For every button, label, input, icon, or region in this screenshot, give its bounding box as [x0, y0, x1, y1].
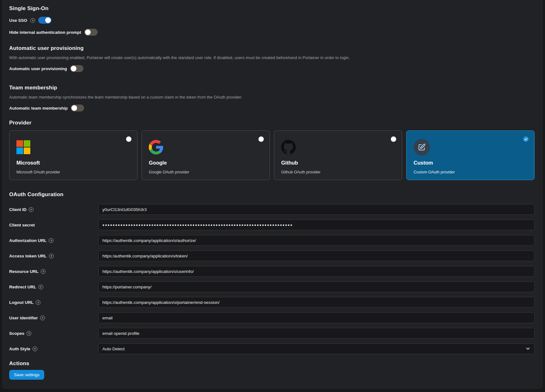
- logout-url-label: Logout URL: [9, 300, 33, 305]
- chevron-down-icon: [526, 347, 530, 350]
- oauth-config-heading: OAuth Configuration: [9, 191, 535, 198]
- toggle-knob: [71, 105, 77, 111]
- provisioning-toggle[interactable]: [70, 65, 83, 72]
- toggle-knob: [85, 29, 91, 35]
- provider-card-subtitle: Microsoft OAuth provider: [16, 170, 131, 174]
- client-secret-input[interactable]: [98, 220, 535, 230]
- help-icon[interactable]: ?: [30, 18, 35, 23]
- settings-panel: Single Sign-On Use SSO ? Hide internal a…: [3, 0, 542, 389]
- hide-prompt-toggle[interactable]: [84, 29, 98, 36]
- client-id-input[interactable]: [98, 204, 535, 215]
- field-row-access-token-url: Access token URL?: [9, 250, 535, 261]
- use-sso-label: Use SSO: [9, 18, 27, 23]
- redirect-url-input[interactable]: [98, 281, 535, 292]
- auth-style-value: Auto Detect: [102, 347, 125, 351]
- provider-card-subtitle: Google OAuth provider: [149, 170, 264, 174]
- help-icon[interactable]: ?: [29, 207, 33, 212]
- access-token-url-input[interactable]: [98, 250, 535, 261]
- provider-card-title: Github: [281, 160, 396, 166]
- auth-style-select[interactable]: Auto Detect: [98, 343, 535, 354]
- team-description: Automatic team membership synchronizes t…: [9, 95, 535, 100]
- provisioning-toggle-label: Automatic user provisioning: [9, 66, 67, 71]
- selected-check-icon[interactable]: [523, 136, 529, 142]
- radio-unselected-icon[interactable]: [258, 136, 264, 142]
- team-toggle-label: Automatic team membership: [9, 106, 68, 111]
- client-id-label: Client ID: [9, 207, 27, 212]
- provider-card-google[interactable]: Google Google OAuth provider: [142, 130, 270, 180]
- provisioning-description: With automatic user provisioning enabled…: [9, 55, 535, 60]
- field-row-user-identifier: User identifier?: [9, 312, 535, 323]
- custom-edit-icon: [414, 139, 430, 155]
- access-token-url-label: Access token URL: [9, 254, 47, 258]
- hide-prompt-label: Hide internal authentication prompt: [9, 30, 81, 35]
- github-logo-icon: [281, 140, 296, 154]
- radio-unselected-icon[interactable]: [391, 136, 396, 142]
- provider-card-custom[interactable]: Custom Custom OAuth provider: [406, 130, 535, 180]
- auth-style-label: Auth Style: [9, 347, 30, 351]
- sso-heading: Single Sign-On: [9, 5, 535, 12]
- provider-card-github[interactable]: Github Github OAuth provider: [274, 130, 402, 180]
- toggle-knob: [45, 17, 51, 23]
- provider-heading: Provider: [9, 120, 535, 126]
- field-row-redirect-url: Redirect URL?: [9, 281, 535, 292]
- provisioning-row: Automatic user provisioning: [9, 65, 535, 72]
- redirect-url-label: Redirect URL: [9, 285, 36, 289]
- microsoft-logo-icon: [16, 140, 30, 154]
- field-row-auth-style: Auth Style? Auto Detect: [9, 343, 535, 354]
- help-icon[interactable]: ?: [33, 347, 37, 351]
- google-logo-icon: [149, 140, 163, 154]
- help-icon[interactable]: ?: [36, 300, 40, 305]
- provider-card-microsoft[interactable]: Microsoft Microsoft OAuth provider: [9, 130, 137, 180]
- help-icon[interactable]: ?: [27, 331, 31, 336]
- field-row-logout-url: Logout URL?: [9, 297, 535, 308]
- help-icon[interactable]: ?: [49, 254, 54, 258]
- provider-card-subtitle: Github OAuth provider: [281, 170, 396, 174]
- save-settings-button[interactable]: Save settings: [9, 370, 44, 380]
- provisioning-heading: Automatic user provisioning: [9, 45, 535, 51]
- scopes-label: Scopes: [9, 331, 24, 336]
- toggle-knob: [71, 66, 76, 71]
- team-row: Automatic team membership: [9, 105, 535, 112]
- resource-url-input[interactable]: [98, 266, 535, 277]
- oauth-form: Client ID? Client secret Authorization U…: [9, 204, 535, 354]
- provider-cards: Microsoft Microsoft OAuth provider Googl…: [9, 130, 535, 180]
- use-sso-row: Use SSO ?: [9, 17, 535, 24]
- provider-card-title: Google: [149, 160, 264, 166]
- field-row-scopes: Scopes?: [9, 328, 535, 339]
- authorization-url-label: Authorization URL: [9, 238, 46, 243]
- logout-url-input[interactable]: [98, 297, 535, 308]
- resource-url-label: Resource URL: [9, 269, 39, 274]
- provider-card-subtitle: Custom OAuth provider: [414, 170, 529, 174]
- client-secret-label: Client secret: [9, 223, 35, 227]
- team-heading: Team membership: [9, 85, 535, 91]
- field-row-resource-url: Resource URL?: [9, 266, 535, 277]
- authorization-url-input[interactable]: [98, 235, 535, 246]
- hide-prompt-row: Hide internal authentication prompt: [9, 29, 535, 36]
- help-icon[interactable]: ?: [40, 316, 45, 320]
- field-row-authorization-url: Authorization URL?: [9, 235, 535, 246]
- user-identifier-label: User identifier: [9, 316, 38, 320]
- help-icon[interactable]: ?: [49, 238, 53, 243]
- field-row-client-secret: Client secret: [9, 220, 535, 230]
- help-icon[interactable]: ?: [41, 269, 45, 274]
- help-icon[interactable]: ?: [39, 285, 43, 289]
- field-row-client-id: Client ID?: [9, 204, 535, 215]
- actions-heading: Actions: [9, 360, 535, 367]
- user-identifier-input[interactable]: [98, 312, 535, 323]
- use-sso-toggle[interactable]: [38, 17, 51, 24]
- radio-unselected-icon[interactable]: [126, 136, 131, 142]
- provider-card-title: Microsoft: [16, 160, 131, 166]
- scopes-input[interactable]: [98, 328, 535, 339]
- team-toggle[interactable]: [71, 105, 84, 112]
- provider-card-title: Custom: [414, 160, 529, 166]
